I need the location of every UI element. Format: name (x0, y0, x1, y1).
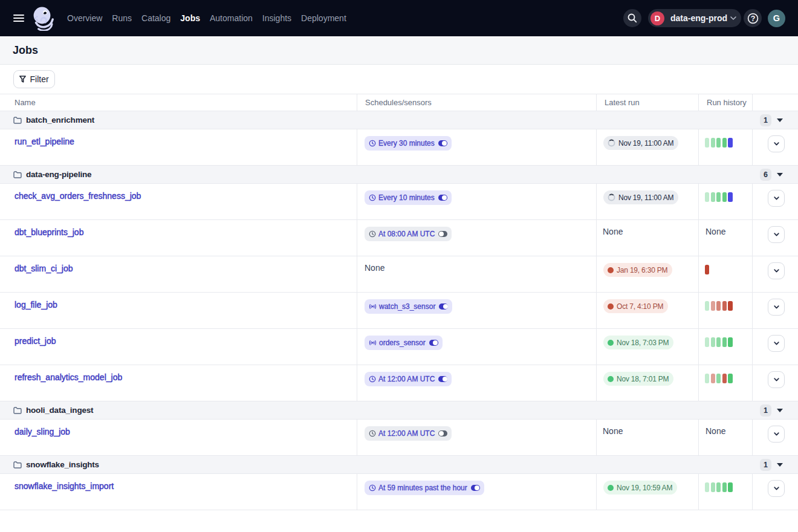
svg-text:?: ? (750, 14, 755, 22)
